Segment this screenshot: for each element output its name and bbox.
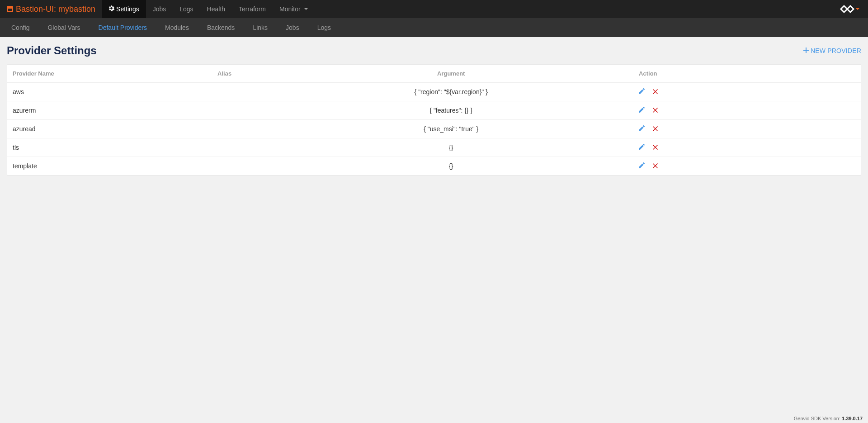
delete-icon[interactable] — [653, 125, 658, 133]
top-navbar: Bastion-UI: mybastion SettingsJobsLogsHe… — [0, 0, 868, 18]
brand-icon — [7, 6, 13, 12]
col-header-argument: Argument — [263, 65, 639, 83]
cell-argument: {} — [263, 138, 639, 157]
cell-provider-name: azurerm — [7, 101, 212, 120]
plus-icon — [803, 47, 809, 54]
page-header: Provider Settings NEW PROVIDER — [7, 44, 861, 57]
cell-provider-name: aws — [7, 83, 212, 101]
col-header-action: Action — [639, 65, 861, 83]
sub-nav-links[interactable]: Links — [244, 18, 277, 37]
edit-icon[interactable] — [639, 107, 645, 114]
col-header-alias: Alias — [212, 65, 263, 83]
caret-down-icon — [304, 8, 308, 10]
top-nav-label: Jobs — [153, 5, 166, 13]
cell-argument: { "use_msi": "true" } — [263, 120, 639, 138]
cell-action — [639, 120, 861, 138]
providers-table: Provider Name Alias Argument Action aws{… — [7, 65, 861, 175]
brand-label: Bastion-UI: mybastion — [16, 5, 95, 14]
gear-icon — [108, 5, 114, 13]
providers-panel: Provider Name Alias Argument Action aws{… — [7, 64, 861, 176]
cell-provider-name: template — [7, 157, 212, 176]
cell-alias — [212, 157, 263, 176]
sub-nav-default-providers[interactable]: Default Providers — [90, 18, 156, 37]
table-row: tls{} — [7, 138, 861, 157]
new-provider-label: NEW PROVIDER — [811, 47, 861, 54]
cell-action — [639, 83, 861, 101]
page-content: Provider Settings NEW PROVIDER Provider … — [0, 37, 868, 189]
edit-icon[interactable] — [639, 162, 645, 170]
genvid-logo-icon[interactable] — [840, 5, 859, 14]
cell-action — [639, 101, 861, 120]
cell-action — [639, 138, 861, 157]
new-provider-button[interactable]: NEW PROVIDER — [803, 47, 861, 54]
cell-argument: { "features": {} } — [263, 101, 639, 120]
sub-nav-config[interactable]: Config — [2, 18, 38, 37]
navbar-right — [840, 0, 861, 18]
table-row: azuread{ "use_msi": "true" } — [7, 120, 861, 138]
cell-alias — [212, 83, 263, 101]
cell-action — [639, 157, 861, 176]
sub-nav-backends[interactable]: Backends — [198, 18, 244, 37]
cell-alias — [212, 120, 263, 138]
cell-provider-name: azuread — [7, 120, 212, 138]
delete-icon[interactable] — [653, 107, 658, 114]
table-row: aws{ "region": "${var.region}" } — [7, 83, 861, 101]
table-row: template{} — [7, 157, 861, 176]
sub-nav-jobs[interactable]: Jobs — [277, 18, 308, 37]
top-nav-label: Health — [207, 5, 225, 13]
top-nav-label: Settings — [116, 5, 139, 13]
page-title: Provider Settings — [7, 44, 97, 57]
cell-alias — [212, 101, 263, 120]
caret-down-icon — [856, 8, 859, 10]
delete-icon[interactable] — [653, 144, 658, 151]
col-header-name: Provider Name — [7, 65, 212, 83]
sub-nav-logs[interactable]: Logs — [308, 18, 340, 37]
cell-argument: { "region": "${var.region}" } — [263, 83, 639, 101]
brand-link[interactable]: Bastion-UI: mybastion — [7, 0, 102, 18]
top-nav-health[interactable]: Health — [200, 0, 232, 18]
sub-nav-modules[interactable]: Modules — [156, 18, 198, 37]
top-nav-jobs[interactable]: Jobs — [146, 0, 173, 18]
edit-icon[interactable] — [639, 125, 645, 133]
cell-argument: {} — [263, 157, 639, 176]
delete-icon[interactable] — [653, 162, 658, 170]
sub-nav-global-vars[interactable]: Global Vars — [38, 18, 89, 37]
table-row: azurerm{ "features": {} } — [7, 101, 861, 120]
top-nav-settings[interactable]: Settings — [102, 0, 146, 18]
top-nav-logs[interactable]: Logs — [173, 0, 200, 18]
edit-icon[interactable] — [639, 144, 645, 151]
cell-alias — [212, 138, 263, 157]
top-nav-label: Monitor — [279, 5, 301, 13]
edit-icon[interactable] — [639, 88, 645, 95]
cell-provider-name: tls — [7, 138, 212, 157]
top-nav-monitor[interactable]: Monitor — [273, 0, 315, 18]
delete-icon[interactable] — [653, 88, 658, 95]
top-nav-terraform[interactable]: Terraform — [232, 0, 273, 18]
top-nav-label: Terraform — [239, 5, 266, 13]
top-nav-label: Logs — [179, 5, 193, 13]
sub-navbar: ConfigGlobal VarsDefault ProvidersModule… — [0, 18, 868, 37]
